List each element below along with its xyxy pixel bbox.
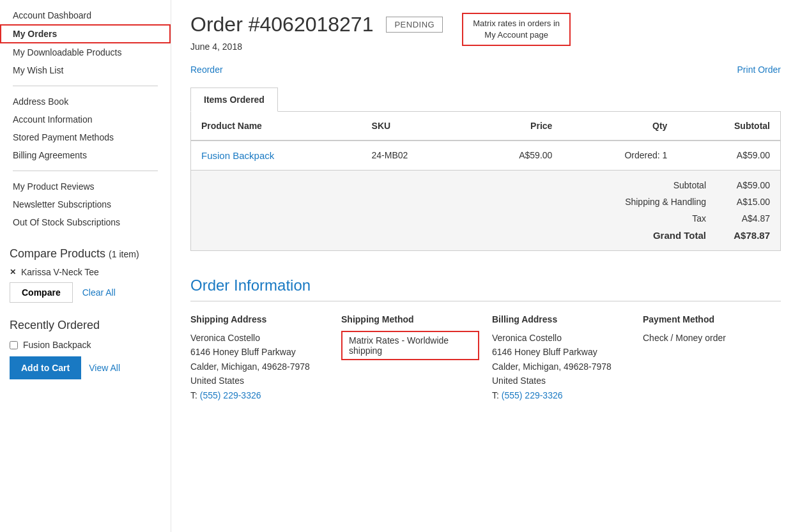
- sidebar-nav: Account Dashboard My Orders My Downloada…: [0, 6, 171, 238]
- matrix-rates-annotation: Matrix rates in orders in My Account pag…: [462, 13, 571, 46]
- billing-address-col: Billing Address Veronica Costello 6146 H…: [492, 314, 630, 402]
- table-header-row: Product Name SKU Price Qty Subtotal: [191, 112, 781, 141]
- order-date: June 4, 2018: [190, 42, 443, 52]
- remove-compare-icon[interactable]: ✕: [10, 268, 16, 277]
- recently-ordered-item: Fusion Backpack: [10, 340, 161, 350]
- shipping-street: 6146 Honey Bluff Parkway: [190, 347, 296, 357]
- subtotal-label: Subtotal: [604, 180, 719, 190]
- col-product-name: Product Name: [191, 112, 362, 141]
- billing-address-content: Veronica Costello 6146 Honey Bluff Parkw…: [492, 331, 630, 402]
- sidebar-item-account-dashboard[interactable]: Account Dashboard: [0, 6, 171, 24]
- main-content: Order #4062018271 PENDING June 4, 2018 M…: [171, 0, 800, 532]
- totals-section: Subtotal A$59.00 Shipping & Handling A$1…: [190, 171, 781, 251]
- grand-total-line: Grand Total A$78.87: [191, 227, 780, 244]
- shipping-address-col: Shipping Address Veronica Costello 6146 …: [190, 314, 328, 402]
- sidebar-divider-1: [13, 86, 158, 86]
- subtotal-value: A$59.00: [719, 180, 770, 190]
- billing-city-state-zip: Calder, Michigan, 49628-7978: [492, 361, 612, 372]
- product-name-cell: Fusion Backpack: [191, 141, 362, 171]
- payment-method-heading: Payment Method: [643, 314, 781, 324]
- table-row: Fusion Backpack 24-MB02 A$59.00 Ordered:…: [191, 141, 781, 171]
- shipping-method-heading: Shipping Method: [341, 314, 479, 324]
- sidebar-item-stored-payment-methods[interactable]: Stored Payment Methods: [0, 128, 171, 146]
- items-table: Product Name SKU Price Qty Subtotal Fusi…: [190, 112, 781, 171]
- shipping-phone[interactable]: (555) 229-3326: [200, 390, 261, 400]
- sidebar-item-billing-agreements[interactable]: Billing Agreements: [0, 146, 171, 164]
- shipping-country: United States: [190, 376, 244, 386]
- tax-line: Tax A$4.87: [191, 210, 780, 227]
- order-info-title: Order Information: [190, 277, 781, 301]
- billing-phone-label: T:: [492, 390, 499, 400]
- shipping-line: Shipping & Handling A$15.00: [191, 194, 780, 210]
- shipping-name: Veronica Costello: [190, 333, 260, 343]
- billing-phone[interactable]: (555) 229-3326: [502, 390, 563, 400]
- recently-ordered-section: Recently Ordered Fusion Backpack Add to …: [0, 309, 171, 386]
- reorder-link[interactable]: Reorder: [190, 65, 223, 75]
- billing-country: United States: [492, 376, 546, 386]
- compare-button[interactable]: Compare: [10, 282, 73, 303]
- order-information-section: Order Information Shipping Address Veron…: [190, 277, 781, 402]
- sidebar-divider-2: [13, 171, 158, 171]
- sidebar-item-account-information[interactable]: Account Information: [0, 110, 171, 128]
- order-info-grid: Shipping Address Veronica Costello 6146 …: [190, 314, 781, 402]
- status-badge: PENDING: [386, 17, 443, 33]
- tax-value: A$4.87: [719, 213, 770, 224]
- order-header-area: Order #4062018271 PENDING June 4, 2018 M…: [190, 13, 781, 61]
- subtotal-line: Subtotal A$59.00: [191, 177, 780, 194]
- clear-all-link[interactable]: Clear All: [82, 287, 116, 298]
- recently-ordered-checkbox[interactable]: [10, 341, 18, 349]
- sku-cell: 24-MB02: [362, 141, 465, 171]
- sidebar-item-out-of-stock-subscriptions[interactable]: Out Of Stock Subscriptions: [0, 213, 171, 231]
- grand-total-label: Grand Total: [604, 230, 719, 241]
- sidebar-item-my-wish-list[interactable]: My Wish List: [0, 61, 171, 79]
- shipping-label: Shipping & Handling: [604, 197, 719, 207]
- recently-ordered-title: Recently Ordered: [10, 319, 161, 332]
- compare-products-title: Compare Products (1 item): [10, 247, 161, 261]
- sidebar-item-my-product-reviews[interactable]: My Product Reviews: [0, 178, 171, 195]
- shipping-city-state-zip: Calder, Michigan, 49628-7978: [190, 361, 310, 372]
- sidebar-item-newsletter-subscriptions[interactable]: Newsletter Subscriptions: [0, 195, 171, 213]
- grand-total-value: A$78.87: [719, 230, 770, 241]
- tab-items-ordered[interactable]: Items Ordered: [190, 87, 278, 112]
- order-tabs: Items Ordered: [190, 87, 781, 112]
- order-actions-bar: Reorder Print Order: [190, 65, 781, 75]
- order-header: Order #4062018271 PENDING: [190, 13, 443, 36]
- compare-item: ✕ Karissa V-Neck Tee: [10, 267, 161, 277]
- billing-street: 6146 Honey Bluff Parkway: [492, 347, 597, 357]
- sidebar: Account Dashboard My Orders My Downloada…: [0, 0, 171, 532]
- col-sku: SKU: [362, 112, 465, 141]
- shipping-address-heading: Shipping Address: [190, 314, 328, 324]
- billing-address-heading: Billing Address: [492, 314, 630, 324]
- col-price: Price: [465, 112, 562, 141]
- payment-method-value: Check / Money order: [643, 331, 781, 345]
- recently-ordered-actions: Add to Cart View All: [10, 356, 161, 379]
- add-to-cart-button[interactable]: Add to Cart: [10, 356, 81, 379]
- shipping-method-col: Shipping Method Matrix Rates - Worldwide…: [341, 314, 479, 402]
- sidebar-item-address-book[interactable]: Address Book: [0, 93, 171, 110]
- qty-cell: Ordered: 1: [562, 141, 677, 171]
- tax-label: Tax: [604, 213, 719, 224]
- subtotal-cell: A$59.00: [677, 141, 780, 171]
- compare-actions: Compare Clear All: [10, 282, 161, 303]
- shipping-address-content: Veronica Costello 6146 Honey Bluff Parkw…: [190, 331, 328, 402]
- view-all-link[interactable]: View All: [89, 363, 120, 373]
- shipping-method-value: Matrix Rates - Worldwide shipping: [341, 331, 479, 360]
- col-qty: Qty: [562, 112, 677, 141]
- sidebar-item-my-downloadable-products[interactable]: My Downloadable Products: [0, 43, 171, 61]
- shipping-value: A$15.00: [719, 197, 770, 207]
- payment-method-col: Payment Method Check / Money order: [643, 314, 781, 402]
- recently-ordered-item-name: Fusion Backpack: [23, 340, 91, 350]
- shipping-phone-label: T:: [190, 390, 197, 400]
- billing-name: Veronica Costello: [492, 333, 562, 343]
- col-subtotal: Subtotal: [677, 112, 780, 141]
- print-order-link[interactable]: Print Order: [737, 65, 781, 75]
- price-cell: A$59.00: [465, 141, 562, 171]
- compare-products-section: Compare Products (1 item) ✕ Karissa V-Ne…: [0, 238, 171, 309]
- product-link[interactable]: Fusion Backpack: [201, 150, 274, 161]
- compare-item-name: Karissa V-Neck Tee: [21, 267, 99, 277]
- order-title-status: Order #4062018271 PENDING June 4, 2018: [190, 13, 443, 61]
- order-title: Order #4062018271: [190, 13, 373, 36]
- sidebar-item-my-orders[interactable]: My Orders: [0, 24, 171, 43]
